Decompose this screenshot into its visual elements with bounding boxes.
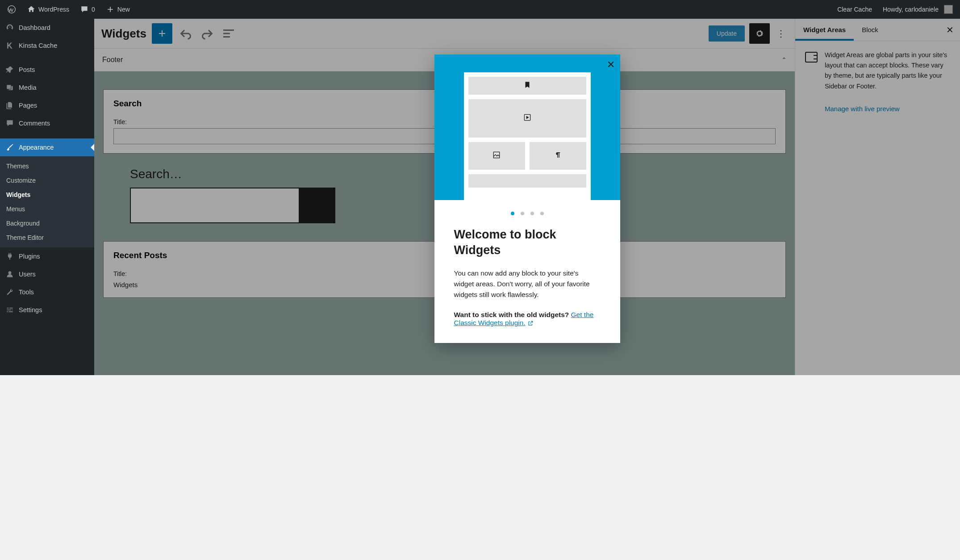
submenu-menus[interactable]: Menus: [0, 202, 94, 216]
dashboard-icon: [5, 23, 14, 32]
sidebar-item-media[interactable]: Media: [0, 79, 94, 96]
avatar: [944, 5, 953, 14]
user-icon: [5, 270, 14, 279]
admin-toolbar: WordPress 0 New Clear Cache Howdy, carlo…: [0, 0, 960, 19]
dot-3[interactable]: [530, 212, 534, 215]
sidebar-item-appearance[interactable]: Appearance: [0, 138, 94, 156]
comments-count[interactable]: 0: [75, 0, 100, 19]
clear-cache[interactable]: Clear Cache: [833, 0, 877, 19]
submenu-themes[interactable]: Themes: [0, 159, 94, 173]
appearance-submenu: Themes Customize Widgets Menus Backgroun…: [0, 156, 94, 247]
close-modal-button[interactable]: ✕: [607, 59, 615, 71]
sidebar-item-users[interactable]: Users: [0, 265, 94, 283]
wp-logo[interactable]: [3, 0, 21, 19]
modal-cta: Want to stick with the old widgets? Get …: [454, 311, 601, 327]
dot-4[interactable]: [540, 212, 544, 215]
sidebar-item-plugins[interactable]: Plugins: [0, 247, 94, 265]
sidebar-item-settings[interactable]: Settings: [0, 301, 94, 319]
user-menu[interactable]: Howdy, carlodaniele: [878, 0, 957, 19]
image-icon: [492, 150, 501, 162]
sidebar-item-kinsta[interactable]: Kinsta Cache: [0, 37, 94, 54]
submenu-customize[interactable]: Customize: [0, 173, 94, 188]
admin-sidebar: Dashboard Kinsta Cache Posts Media Pages…: [0, 19, 94, 375]
media-icon: [5, 83, 14, 92]
dot-2[interactable]: [521, 212, 524, 215]
pages-icon: [5, 101, 14, 110]
paragraph-icon: [554, 151, 562, 161]
modal-title: Welcome to block Widgets: [454, 227, 601, 258]
bookmark-icon: [523, 81, 531, 91]
brush-icon: [5, 143, 14, 152]
new-content[interactable]: New: [101, 0, 134, 19]
submenu-theme-editor[interactable]: Theme Editor: [0, 230, 94, 245]
modal-hero: [434, 54, 620, 200]
sidebar-item-comments[interactable]: Comments: [0, 114, 94, 132]
wordpress-icon: [7, 5, 16, 14]
modal-dots: [454, 212, 601, 215]
submenu-widgets[interactable]: Widgets: [0, 188, 94, 202]
svg-rect-6: [493, 152, 499, 158]
sidebar-item-pages[interactable]: Pages: [0, 96, 94, 114]
pin-icon: [5, 65, 14, 74]
sliders-icon: [5, 305, 14, 314]
external-link-icon: [527, 319, 534, 327]
comments-icon: [5, 119, 14, 128]
comment-icon: [80, 5, 89, 14]
welcome-modal: ✕: [434, 54, 620, 343]
sidebar-item-tools[interactable]: Tools: [0, 283, 94, 301]
submenu-background[interactable]: Background: [0, 216, 94, 230]
welcome-modal-overlay: ✕: [94, 19, 960, 375]
plug-icon: [5, 252, 14, 261]
home-icon: [27, 5, 36, 14]
content-area: Widgets Update ⋮ Footer ⌃: [94, 19, 960, 375]
kinsta-icon: [5, 41, 14, 50]
site-home[interactable]: WordPress: [22, 0, 74, 19]
svg-point-1: [8, 271, 12, 274]
wrench-icon: [5, 288, 14, 297]
modal-body-text: You can now add any block to your site's…: [454, 268, 601, 300]
play-icon: [523, 113, 532, 124]
dot-1[interactable]: [511, 212, 514, 215]
sidebar-item-posts[interactable]: Posts: [0, 61, 94, 79]
plus-icon: [106, 5, 115, 14]
sidebar-item-dashboard[interactable]: Dashboard: [0, 19, 94, 37]
